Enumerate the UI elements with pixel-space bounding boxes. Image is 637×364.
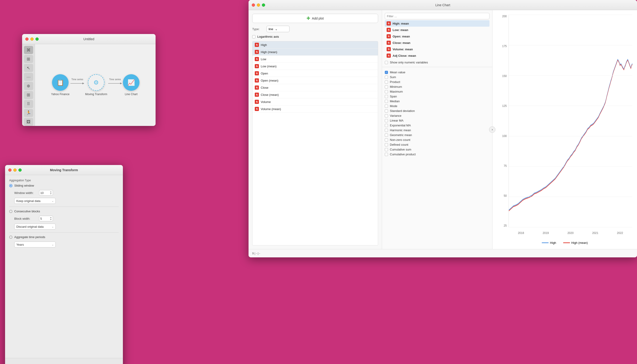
agg-harmonic-mean[interactable]: Harmonic mean [385, 128, 490, 132]
close-button[interactable] [25, 38, 29, 41]
var-item-open-mean[interactable]: N Open (mean) [253, 77, 378, 84]
agg-var-checkbox[interactable] [385, 114, 388, 118]
aggregate-time-radio[interactable] [9, 236, 13, 239]
sidebar-icon-scatter[interactable]: ⋯ [24, 73, 33, 81]
moving-close-btn[interactable] [8, 168, 12, 172]
add-plot-button[interactable]: ✚ Add plot [252, 14, 378, 23]
agg-mode[interactable]: Mode [385, 104, 490, 108]
sel-var-volume-mean[interactable]: N Volume: mean [385, 46, 490, 52]
sel-var-close-mean[interactable]: N Close: mean [385, 40, 490, 46]
aggregate-time-radio-row[interactable]: Aggregate time periods [9, 235, 119, 239]
agg-median-checkbox[interactable] [385, 100, 388, 103]
var-item-volume-mean[interactable]: N Volume (mean) [253, 106, 378, 112]
agg-span[interactable]: Span [385, 94, 490, 99]
sel-var-adjclose-mean[interactable]: N Adj Close: mean [385, 52, 490, 59]
agg-span-checkbox[interactable] [385, 95, 388, 98]
sidebar-icon-grid[interactable]: ⊞ [24, 91, 33, 99]
var-item-close-mean[interactable]: N Close (mean) [253, 91, 378, 98]
window-width-up[interactable]: ▲ [50, 191, 52, 193]
sidebar-icon-terminal[interactable]: ⌘ [24, 46, 33, 54]
sidebar-icon-table[interactable]: ⊞ [24, 55, 33, 63]
agg-mean-value[interactable]: ✓ Mean value [385, 70, 490, 75]
moving-min-btn[interactable] [13, 168, 17, 172]
agg-product[interactable]: Product [385, 80, 490, 84]
agg-product-checkbox[interactable] [385, 80, 388, 84]
agg-nonzero-count[interactable]: Non-zero count [385, 138, 490, 142]
x-label-2020: 2020 [567, 232, 574, 234]
years-dropdown[interactable]: Years ⌄ [14, 242, 56, 248]
agg-maximum[interactable]: Maximum [385, 89, 490, 94]
agg-cs-checkbox[interactable] [385, 148, 388, 151]
var-item-high-mean[interactable]: N High (mean) [253, 48, 378, 56]
agg-mean-checkbox[interactable]: ✓ [385, 71, 388, 74]
block-width-stepper[interactable]: ▲ ▼ [50, 217, 52, 220]
window-width-down[interactable]: ▼ [50, 193, 52, 195]
agg-dc-checkbox[interactable] [385, 143, 388, 146]
agg-gm-checkbox[interactable] [385, 134, 388, 137]
var-name-open: Open [261, 72, 268, 75]
agg-minimum-checkbox[interactable] [385, 85, 388, 88]
agg-cp-checkbox[interactable] [385, 153, 388, 156]
agg-mode-checkbox[interactable] [385, 104, 388, 108]
minimize-button[interactable] [30, 38, 34, 41]
agg-exp-ma[interactable]: Exponential MA [385, 123, 490, 128]
agg-cumulative-product[interactable]: Cumulative product [385, 152, 490, 157]
lc-min-btn[interactable] [257, 4, 260, 7]
agg-linear-ma[interactable]: Linear MA [385, 118, 490, 123]
agg-std-dev[interactable]: Standard deviation [385, 108, 490, 113]
agg-lma-checkbox[interactable] [385, 119, 388, 122]
agg-hm-checkbox[interactable] [385, 129, 388, 132]
sliding-window-radio[interactable] [9, 184, 13, 187]
agg-nzc-checkbox[interactable] [385, 138, 388, 142]
var-name-low: Low [261, 58, 266, 61]
lc-max-btn[interactable] [262, 4, 265, 7]
lc-close-btn[interactable] [252, 4, 255, 7]
sel-var-low-mean[interactable]: N Low: mean [385, 27, 490, 33]
type-select[interactable]: line ⌄ [267, 26, 290, 32]
agg-sum[interactable]: Sum [385, 75, 490, 80]
workflow-node-linechart[interactable]: 📈 Line Chart [123, 74, 139, 96]
filter-input[interactable] [385, 13, 490, 19]
agg-std-checkbox[interactable] [385, 110, 388, 112]
consecutive-blocks-radio[interactable] [9, 210, 13, 213]
window-width-stepper[interactable]: ▲ ▼ [50, 191, 52, 195]
sel-var-open-mean[interactable]: N Open: mean [385, 33, 490, 40]
show-numeric-checkbox[interactable] [385, 61, 388, 64]
agg-ema-checkbox[interactable] [385, 124, 388, 127]
var-item-close[interactable]: N Close [253, 84, 378, 91]
workflow-node-moving[interactable]: ⚙ Moving Transform [85, 74, 107, 96]
agg-median[interactable]: Median [385, 99, 490, 104]
block-width-input[interactable]: 5 ▲ ▼ [39, 216, 53, 221]
var-item-open[interactable]: N Open [253, 70, 378, 77]
sidebar-icon-image[interactable]: 🖼 [24, 118, 33, 126]
legend-high-mean-line [563, 242, 570, 243]
agg-maximum-checkbox[interactable] [385, 90, 388, 93]
agg-variance[interactable]: Variance [385, 113, 490, 118]
discard-original-dropdown[interactable]: Discard original data ⌄ [14, 224, 56, 230]
var-item-low[interactable]: N Low [253, 56, 378, 63]
var-item-volume[interactable]: N Volume [253, 98, 378, 106]
window-width-input[interactable]: 10 ▲ ▼ [39, 190, 53, 196]
sidebar-icon-dots[interactable]: ⠿ [24, 100, 33, 108]
agg-minimum[interactable]: Minimum [385, 84, 490, 89]
agg-geometric-mean[interactable]: Geometric mean [385, 132, 490, 138]
workflow-node-yahoo[interactable]: 📋 Yahoo Finance [51, 74, 70, 96]
var-item-low-mean[interactable]: N Low (mean) [253, 63, 378, 70]
agg-defined-count[interactable]: Defined count [385, 142, 490, 147]
block-width-down[interactable]: ▼ [50, 219, 52, 220]
agg-cumulative-sum[interactable]: Cumulative sum [385, 147, 490, 152]
agg-sum-checkbox[interactable] [385, 76, 388, 79]
var-item-high[interactable]: N High [253, 41, 378, 48]
consecutive-blocks-radio-row[interactable]: Consecutive blocks [9, 210, 119, 213]
sliding-window-radio-row[interactable]: Sliding window [9, 184, 119, 187]
sidebar-icon-hierarchy[interactable]: ⊕ [24, 82, 33, 90]
moving-max-btn[interactable] [19, 168, 22, 172]
sidebar-icon-cursor[interactable]: ↖ [24, 64, 33, 72]
sel-var-high-mean[interactable]: N High: mean [385, 20, 490, 27]
expand-arrow[interactable]: › [489, 126, 496, 133]
log-axis-checkbox[interactable] [252, 35, 256, 38]
sidebar-icon-person[interactable]: 🏃 [24, 109, 33, 117]
keep-original-dropdown[interactable]: Keep original data ⌄ [14, 198, 56, 204]
block-width-up[interactable]: ▲ [50, 217, 52, 218]
maximize-button[interactable] [36, 38, 39, 41]
